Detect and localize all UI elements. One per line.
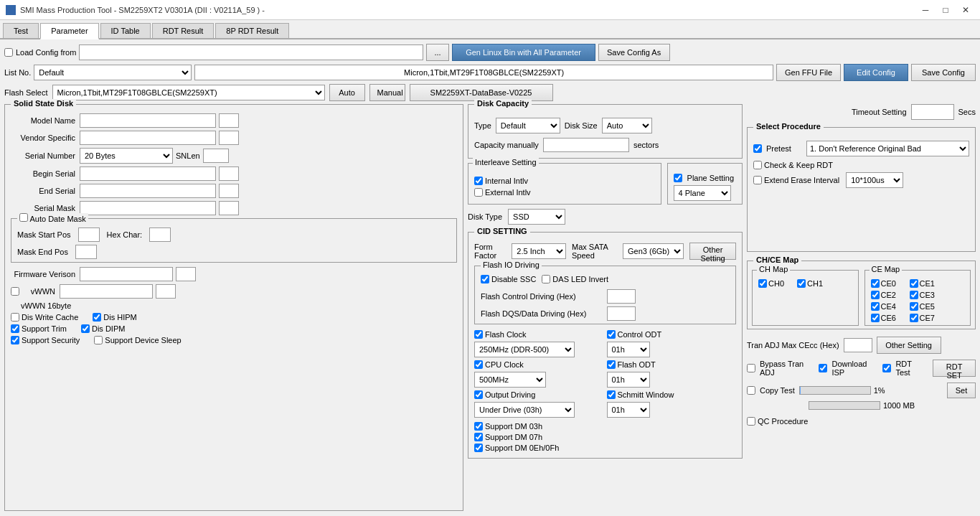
serial-mask-len[interactable]: 20	[219, 201, 239, 215]
list-no-select[interactable]: Default	[34, 65, 192, 80]
vwwn-checkbox[interactable]	[11, 287, 19, 296]
serial-num-select[interactable]: 20 Bytes	[80, 148, 173, 164]
tab-id-table[interactable]: ID Table	[100, 23, 151, 38]
mask-end-input[interactable]: 7	[75, 245, 97, 259]
edit-config-button[interactable]: Edit Config	[844, 64, 908, 81]
plane-select[interactable]: 4 Plane	[674, 185, 731, 201]
end-serial-len[interactable]: 20	[219, 184, 239, 198]
ce7-checkbox[interactable]	[910, 314, 918, 322]
firmware-len[interactable]: 8	[176, 267, 196, 281]
vendor-spec-len[interactable]: 62	[219, 131, 239, 145]
save-config-as-button[interactable]: Save Config As	[598, 44, 670, 61]
schmitt-window-checkbox[interactable]	[607, 390, 616, 399]
serial-mask-input[interactable]: AA################	[80, 201, 216, 215]
support-device-sleep-checkbox[interactable]	[94, 336, 103, 344]
bypass-tran-adj-checkbox[interactable]	[747, 364, 755, 372]
support-security-checkbox[interactable]	[11, 336, 19, 344]
control-odt-checkbox[interactable]	[607, 330, 616, 339]
download-isp-checkbox[interactable]	[819, 364, 827, 372]
cpu-clock-checkbox[interactable]	[474, 360, 483, 369]
mask-start-input[interactable]: 4	[78, 227, 100, 242]
output-driving-checkbox[interactable]	[474, 390, 483, 399]
model-name-input[interactable]: SSD	[80, 113, 216, 128]
disable-ssc-checkbox[interactable]	[481, 275, 489, 283]
support-dm0eh0fh-checkbox[interactable]	[474, 444, 483, 452]
end-serial-input[interactable]: AA9999999999999999	[80, 184, 216, 198]
tran-input[interactable]: 0	[844, 338, 872, 352]
snlen-input[interactable]: 20	[203, 149, 229, 163]
cpu-clock-select[interactable]: 500MHz	[474, 372, 546, 388]
load-config-checkbox[interactable]	[4, 48, 13, 57]
cid-other-setting-button[interactable]: Other Setting	[689, 243, 736, 260]
plane-setting-checkbox[interactable]	[674, 174, 682, 182]
timeout-input[interactable]: 600	[911, 104, 954, 120]
flash-clock-select[interactable]: 250MHz (DDR-500)	[474, 342, 575, 357]
external-intlv-checkbox[interactable]	[474, 188, 483, 197]
max-sata-select[interactable]: Gen3 (6Gb)	[623, 243, 684, 259]
tab-rdt-result[interactable]: RDT Result	[152, 23, 215, 38]
output-driving-select[interactable]: Under Drive (03h)	[474, 402, 575, 418]
ch0-checkbox[interactable]	[758, 279, 767, 288]
tab-test[interactable]: Test	[3, 23, 39, 38]
browse-button[interactable]: ...	[426, 44, 448, 61]
ce0-checkbox[interactable]	[871, 279, 880, 288]
schmitt-window-select[interactable]: 01h	[607, 402, 650, 418]
capacity-input[interactable]: 1073741824	[543, 138, 629, 152]
firmware-input[interactable]	[80, 267, 173, 281]
internal-intlv-checkbox[interactable]	[474, 177, 483, 185]
dis-write-cache-checkbox[interactable]	[11, 313, 19, 322]
disk-size-select[interactable]: Auto	[602, 118, 652, 133]
gen-linux-button[interactable]: Gen Linux Bin with All Parameter	[452, 44, 595, 61]
copy-test-checkbox[interactable]	[747, 386, 755, 395]
flash-select-dropdown[interactable]: Micron,1Tbit,MT29F1T08GBLCE(SM2259XT)	[52, 85, 325, 100]
config-path-input[interactable]	[79, 44, 423, 60]
type-select[interactable]: Default	[496, 118, 560, 133]
flash-dqs-input[interactable]: 77	[607, 306, 636, 321]
ce4-checkbox[interactable]	[871, 302, 880, 311]
vwwn-len[interactable]: 16	[156, 284, 176, 299]
rdt-test-checkbox[interactable]	[882, 364, 891, 372]
dis-dipm-checkbox[interactable]	[81, 324, 90, 333]
control-odt-select[interactable]: 01h	[607, 342, 650, 357]
tab-8p-rdt-result[interactable]: 8P RDT Result	[215, 23, 289, 38]
pretest-checkbox[interactable]	[753, 144, 762, 153]
support-trim-checkbox[interactable]	[11, 324, 19, 333]
ce1-checkbox[interactable]	[910, 279, 918, 288]
ce5-checkbox[interactable]	[910, 302, 918, 311]
flash-odt-select[interactable]: 01h	[607, 372, 650, 388]
dis-hipm-checkbox[interactable]	[93, 313, 101, 322]
ce2-checkbox[interactable]	[871, 291, 880, 299]
disk-type-select[interactable]: SSD	[508, 209, 565, 225]
chce-other-setting-button[interactable]: Other Setting	[877, 337, 941, 354]
form-factor-select[interactable]: 2.5 Inch	[512, 243, 566, 259]
set-button[interactable]: Set	[947, 383, 976, 398]
begin-serial-input[interactable]: AA00000000000001533	[80, 166, 216, 181]
support-dm07h-checkbox[interactable]	[474, 433, 483, 441]
maximize-button[interactable]: □	[937, 4, 954, 17]
model-name-len[interactable]: 40	[219, 113, 239, 128]
tab-parameter[interactable]: Parameter	[40, 23, 98, 39]
extend-erase-select[interactable]: 10*100us	[846, 172, 903, 188]
auto-date-checkbox[interactable]	[19, 213, 28, 222]
flash-control-input[interactable]: 77	[607, 289, 636, 304]
pretest-select[interactable]: 1. Don't Reference Original Bad	[806, 141, 969, 156]
das-led-checkbox[interactable]	[542, 275, 550, 283]
save-config-button[interactable]: Save Config	[911, 64, 976, 81]
extend-erase-checkbox[interactable]	[753, 176, 762, 184]
flash-odt-checkbox[interactable]	[607, 360, 616, 369]
manual-button[interactable]: Manual	[369, 84, 405, 101]
qc-procedure-checkbox[interactable]	[747, 417, 755, 426]
vwwn-input[interactable]	[60, 284, 153, 299]
begin-serial-len[interactable]: 20	[219, 166, 239, 181]
auto-button[interactable]: Auto	[329, 84, 365, 101]
ce6-checkbox[interactable]	[871, 314, 880, 322]
ch1-checkbox[interactable]	[797, 279, 806, 288]
hex-char-input[interactable]	[149, 227, 171, 242]
vendor-spec-input[interactable]: SMI 2259XT PROJECT	[80, 131, 216, 145]
gen-ffu-button[interactable]: Gen FFU File	[776, 64, 841, 81]
rdt-set-button[interactable]: RDT SET	[933, 360, 976, 377]
close-button[interactable]: ✕	[957, 4, 974, 17]
ce3-checkbox[interactable]	[910, 291, 918, 299]
minimize-button[interactable]: ─	[917, 4, 934, 17]
flash-clock-checkbox[interactable]	[474, 330, 483, 339]
